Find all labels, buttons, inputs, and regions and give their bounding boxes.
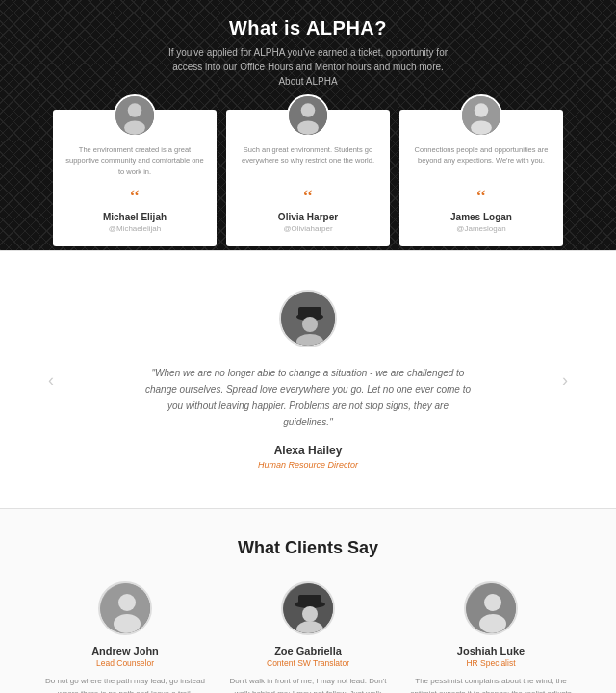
quote-prev-button[interactable]: ‹ (48, 370, 54, 390)
avatar-james (460, 94, 502, 137)
svg-point-5 (297, 120, 319, 135)
card-quote-text-2: Such an great environment. Students go e… (238, 144, 378, 179)
client-title-1: Lead Counselor (43, 658, 207, 668)
card-handle-3: @Jameslogan (411, 224, 552, 233)
client-avatar-image-2 (283, 583, 333, 633)
client-name-1: Andrew John (43, 645, 207, 656)
client-avatar-3 (464, 581, 518, 635)
svg-point-1 (128, 103, 142, 117)
card-handle-1: @Michaelelijah (64, 224, 205, 233)
svg-point-20 (302, 606, 318, 622)
card-quote-text-1: The environment created is a great suppo… (64, 144, 205, 179)
svg-point-7 (475, 103, 489, 117)
client-card-3: Joshiah Luke HR Specialist The pessimist… (409, 581, 573, 693)
clients-section: What Clients Say Andrew John Lead Counse… (0, 509, 616, 693)
svg-point-8 (471, 120, 492, 135)
quote-mark-2: “ (238, 187, 378, 208)
client-name-3: Joshiah Luke (409, 645, 573, 656)
hero-testimonials-row: The environment created is a great suppo… (24, 110, 592, 246)
avatar-image-2 (289, 96, 327, 135)
quote-wrapper: ‹ "When we are no longer able to change … (19, 290, 597, 470)
svg-point-2 (124, 120, 145, 135)
hero-title: What is ALPHA? (0, 17, 616, 39)
clients-row: Andrew John Lead Counselor Do not go whe… (19, 581, 597, 693)
hero-content: What is ALPHA? If you've applied for ALP… (0, 17, 616, 102)
quote-section: ‹ "When we are no longer able to change … (0, 251, 616, 508)
svg-point-24 (479, 614, 506, 633)
avatar-michael (114, 94, 156, 137)
card-quote-text-3: Connections people and opportunities are… (411, 144, 552, 179)
client-avatar-2 (281, 581, 335, 635)
client-title-3: HR Specialist (409, 658, 573, 668)
svg-rect-19 (298, 595, 321, 604)
testimonial-card-2: Such an great environment. Students go e… (226, 110, 390, 246)
avatar-image-3 (462, 96, 500, 135)
main-quote-text: "When we are no longer able to change a … (144, 365, 472, 430)
client-card-1: Andrew John Lead Counselor Do not go whe… (43, 581, 207, 693)
card-name-1: Michael Elijah (64, 212, 205, 222)
client-avatar-image-1 (100, 583, 150, 633)
card-name-2: Olivia Harper (238, 212, 378, 222)
quote-mark-3: “ (411, 187, 552, 208)
client-text-2: Don't walk in front of me; I may not lea… (226, 676, 390, 693)
client-text-1: Do not go where the path may lead, go in… (43, 676, 207, 693)
hero-subtitle: If you've applied for ALPHA you've earne… (164, 45, 452, 89)
client-title-2: Content SW Translator (226, 658, 390, 668)
card-name-3: James Logan (411, 212, 552, 222)
svg-point-16 (114, 614, 141, 633)
quote-next-button[interactable]: › (562, 370, 568, 390)
testimonial-card-3: Connections people and opportunities are… (399, 110, 563, 246)
testimonial-card-1: The environment created is a great suppo… (53, 110, 217, 246)
clients-heading: What Clients Say (19, 538, 597, 558)
quote-mark-1: “ (64, 187, 205, 208)
svg-point-15 (118, 594, 136, 611)
svg-point-4 (301, 103, 316, 117)
main-quote-name: Alexa Hailey (274, 444, 343, 457)
client-text-3: The pessimist complains about the wind; … (409, 676, 573, 693)
client-card-2: Zoe Gabriella Content SW Translator Don'… (226, 581, 390, 693)
hero-section: What is ALPHA? If you've applied for ALP… (0, 0, 616, 250)
svg-point-12 (302, 317, 318, 332)
avatar-image-1 (116, 96, 154, 135)
svg-point-23 (484, 594, 501, 611)
avatar-olivia (287, 94, 329, 137)
quote-avatar (279, 290, 337, 347)
client-avatar-image-3 (466, 583, 516, 633)
card-handle-2: @Oliviaharper (238, 224, 378, 233)
svg-rect-11 (298, 307, 321, 317)
client-name-2: Zoe Gabriella (226, 645, 390, 656)
client-avatar-1 (98, 581, 152, 635)
main-quote-title: Human Resource Director (258, 460, 358, 470)
quote-avatar-image (281, 292, 335, 346)
